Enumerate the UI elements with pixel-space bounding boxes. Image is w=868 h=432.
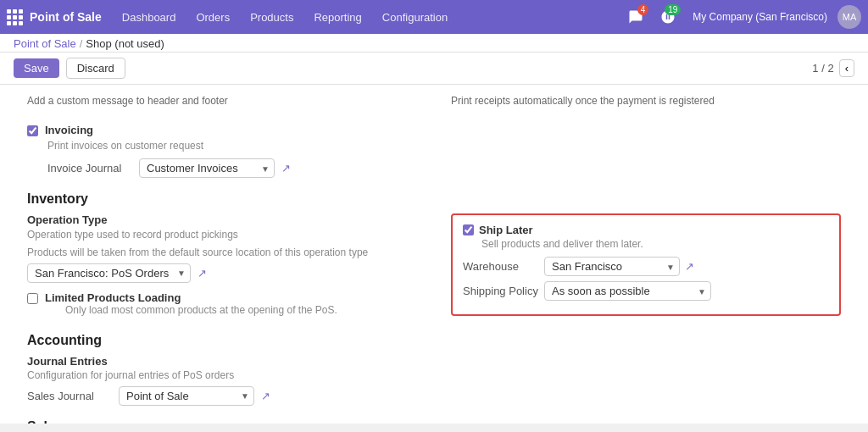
pagination-prev[interactable]: ‹ bbox=[839, 59, 854, 77]
messages-icon-btn[interactable]: 4 bbox=[628, 9, 643, 25]
user-avatar[interactable]: MA bbox=[837, 5, 861, 29]
invoicing-label: Invoicing bbox=[45, 124, 93, 136]
shipping-policy-select-wrapper: As soon as possible When all products ar… bbox=[544, 281, 711, 301]
sales-journal-select-wrapper: Point of Sale ▼ bbox=[119, 386, 254, 406]
operation-type-title: Operation Type bbox=[27, 213, 417, 226]
nav-reporting[interactable]: Reporting bbox=[303, 0, 371, 34]
nav-dashboard[interactable]: Dashboard bbox=[112, 0, 186, 34]
shipping-policy-field-row: Shipping Policy As soon as possible When… bbox=[463, 281, 829, 301]
limited-products-title: Limited Products Loading bbox=[45, 291, 181, 304]
journal-entries-title: Journal Entries bbox=[27, 355, 841, 368]
pagination: 1 / 2 ‹ bbox=[812, 59, 854, 77]
sales-journal-ext-link[interactable]: ↗ bbox=[261, 390, 270, 402]
app-name[interactable]: Point of Sale bbox=[7, 9, 102, 25]
limited-products-checkbox[interactable] bbox=[27, 293, 38, 304]
limited-products-row: Limited Products Loading Only load most … bbox=[27, 291, 417, 316]
custom-message-note: Add a custom message to header and foote… bbox=[27, 95, 417, 107]
operation-type-select[interactable]: San Francisco: PoS Orders bbox=[27, 263, 191, 283]
invoicing-checkbox-row: Invoicing bbox=[27, 124, 841, 136]
sales-journal-select[interactable]: Point of Sale bbox=[119, 386, 254, 406]
app-grid-icon bbox=[7, 9, 23, 25]
discard-button[interactable]: Discard bbox=[66, 58, 125, 79]
breadcrumb-sep: / bbox=[80, 37, 83, 50]
warehouse-ext-link[interactable]: ↗ bbox=[685, 260, 694, 273]
main-content: Add a custom message to header and foote… bbox=[0, 85, 868, 424]
journal-entries-desc: Configuration for journal entries of PoS… bbox=[27, 369, 841, 381]
messages-badge: 4 bbox=[637, 4, 649, 15]
nav-orders[interactable]: Orders bbox=[186, 0, 240, 34]
sales-section-header: Sales bbox=[27, 419, 841, 424]
invoice-journal-select[interactable]: Customer Invoices bbox=[139, 158, 275, 178]
breadcrumb-current: Shop (not used) bbox=[86, 37, 164, 50]
operation-type-desc1: Operation type used to record product pi… bbox=[27, 228, 417, 242]
accounting-section-header: Accounting bbox=[27, 333, 841, 348]
nav-products[interactable]: Products bbox=[240, 0, 303, 34]
shipping-policy-label: Shipping Policy bbox=[463, 285, 539, 297]
inventory-section-header: Inventory bbox=[27, 191, 841, 207]
operation-type-desc2: Products will be taken from the default … bbox=[27, 246, 417, 260]
user-initials: MA bbox=[843, 12, 857, 22]
operation-type-ext-link[interactable]: ↗ bbox=[198, 267, 207, 280]
nav-right: 4 19 My Company (San Francisco) MA bbox=[628, 5, 861, 29]
warehouse-field-row: Warehouse San Francisco ▼ ↗ bbox=[463, 257, 829, 276]
app-title: Point of Sale bbox=[30, 10, 102, 24]
ship-later-checkbox[interactable] bbox=[463, 224, 474, 235]
breadcrumb: Point of Sale / Shop (not used) bbox=[0, 34, 868, 53]
nav-links: Dashboard Orders Products Reporting Conf… bbox=[112, 0, 458, 34]
warehouse-select[interactable]: San Francisco bbox=[544, 257, 680, 276]
warehouse-select-wrapper: San Francisco ▼ bbox=[544, 257, 680, 276]
top-nav: Point of Sale Dashboard Orders Products … bbox=[0, 0, 868, 34]
warehouse-label: Warehouse bbox=[463, 260, 539, 273]
activities-icon-btn[interactable]: 19 bbox=[660, 9, 676, 25]
activities-badge: 19 bbox=[665, 4, 681, 15]
ship-later-header: Ship Later bbox=[463, 224, 829, 236]
toolbar: Save Discard 1 / 2 ‹ bbox=[0, 53, 868, 85]
pagination-label: 1 / 2 bbox=[812, 62, 833, 75]
company-name: My Company (San Francisco) bbox=[693, 11, 827, 23]
limited-products-desc: Only load most common products at the op… bbox=[65, 304, 337, 316]
save-button[interactable]: Save bbox=[14, 58, 59, 78]
ship-later-desc: Sell products and deliver them later. bbox=[481, 238, 829, 250]
sales-journal-label: Sales Journal bbox=[27, 390, 112, 402]
invoice-journal-ext-link[interactable]: ↗ bbox=[281, 162, 291, 174]
ship-later-title: Ship Later bbox=[479, 224, 533, 236]
invoice-journal-select-wrapper: Customer Invoices ▼ bbox=[139, 158, 275, 178]
nav-configuration[interactable]: Configuration bbox=[372, 0, 458, 34]
breadcrumb-root[interactable]: Point of Sale bbox=[14, 37, 76, 50]
invoice-journal-label: Invoice Journal bbox=[47, 162, 132, 174]
invoicing-checkbox[interactable] bbox=[27, 125, 38, 136]
print-receipts-note: Print receipts automatically once the pa… bbox=[451, 95, 841, 107]
ship-later-box: Ship Later Sell products and deliver the… bbox=[451, 213, 841, 316]
invoicing-desc: Print invoices on customer request bbox=[47, 140, 841, 152]
shipping-policy-select[interactable]: As soon as possible When all products ar… bbox=[544, 281, 711, 301]
operation-type-select-wrapper: San Francisco: PoS Orders ▼ bbox=[27, 263, 191, 283]
